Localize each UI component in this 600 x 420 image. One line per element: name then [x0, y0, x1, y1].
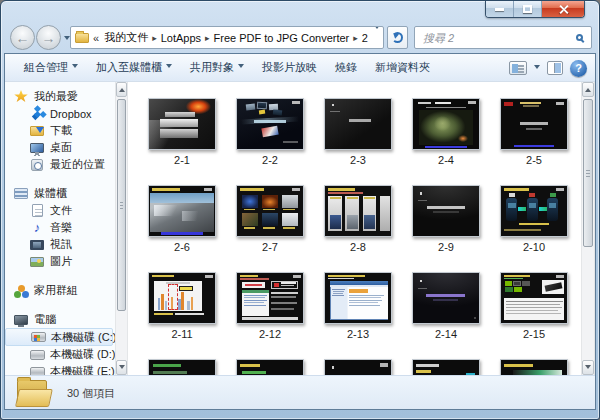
breadcrumb-item[interactable]: LotApps [158, 32, 204, 44]
search-icon[interactable] [576, 34, 583, 41]
back-button[interactable]: ← [10, 25, 35, 50]
breadcrumb-item[interactable]: 我的文件 [101, 30, 151, 45]
file-item[interactable] [402, 359, 490, 375]
toolbar-button-label: 燒錄 [335, 60, 357, 75]
file-item[interactable] [226, 359, 314, 375]
breadcrumb-item[interactable]: Free PDF to JPG Converter [211, 32, 353, 44]
sidebar-item[interactable]: 桌面 [5, 139, 115, 156]
file-item[interactable]: 2-9 [402, 185, 490, 272]
scroll-down-button[interactable] [116, 360, 127, 375]
scrollbar-thumb[interactable] [117, 99, 126, 311]
thumbnail[interactable] [324, 272, 392, 324]
back-arrow-icon: ← [16, 30, 30, 46]
sidebar-section-header[interactable]: 媒體櫃 [5, 185, 115, 202]
breadcrumb-item[interactable]: 2 [359, 32, 371, 44]
file-item[interactable]: 2-8 [314, 185, 402, 272]
scroll-up-button[interactable] [116, 82, 127, 97]
toolbar-button[interactable]: 加入至媒體櫃 [87, 56, 181, 79]
file-item[interactable]: 2-7 [226, 185, 314, 272]
change-view-button[interactable] [509, 61, 527, 75]
thumbnail[interactable] [324, 359, 392, 375]
file-item[interactable]: 2-12 [226, 272, 314, 359]
file-item[interactable] [490, 359, 578, 375]
sidebar-item[interactable]: 本機磁碟 (C:) [5, 328, 113, 346]
thumbnail-label: 2-10 [523, 241, 545, 253]
file-item[interactable]: 2-13 [314, 272, 402, 359]
file-item[interactable]: 2-14 [402, 272, 490, 359]
toolbar-button[interactable]: 組合管理 [15, 56, 87, 79]
search-input[interactable] [421, 31, 576, 45]
thumbnail[interactable] [148, 272, 216, 324]
toolbar-button[interactable]: 投影片放映 [253, 56, 326, 79]
thumbnail[interactable] [148, 98, 216, 150]
thumbnail[interactable] [236, 272, 304, 324]
sidebar-item[interactable]: 下載 [5, 122, 115, 139]
breadcrumb: 我的文件▸LotApps▸Free PDF to JPG Converter▸2 [101, 30, 371, 45]
window-body: 我的最愛Dropbox下載桌面最近的位置媒體櫃文件♪音樂視訊圖片家用群組電腦本機… [5, 82, 595, 375]
thumbnail[interactable] [500, 98, 568, 150]
thumbnail[interactable] [324, 185, 392, 237]
thumbnail[interactable] [148, 185, 216, 237]
file-item[interactable] [138, 359, 226, 375]
thumbnail[interactable] [324, 98, 392, 150]
thumbnail-label: 2-2 [262, 154, 278, 166]
thumbnail[interactable] [412, 359, 480, 375]
sidebar-section-header[interactable]: 家用群組 [5, 282, 115, 299]
sidebar-item[interactable]: 本機磁碟 (E:) [5, 363, 115, 375]
sidebar-item[interactable]: Dropbox [5, 105, 115, 122]
views-dropdown-icon[interactable] [534, 65, 540, 72]
sidebar-section-header[interactable]: 我的最愛 [5, 88, 115, 105]
file-item[interactable]: 2-15 [490, 272, 578, 359]
sidebar-item[interactable]: 圖片 [5, 253, 115, 270]
breadcrumb-overflow-chevron[interactable]: « [93, 32, 99, 44]
thumbnail[interactable] [500, 185, 568, 237]
file-item[interactable]: 2-3 [314, 98, 402, 185]
address-dropdown-button[interactable] [371, 29, 383, 47]
thumbnail-label: 2-12 [259, 328, 281, 340]
file-item[interactable]: 2-1 [138, 98, 226, 185]
content-scrollbar[interactable] [581, 82, 595, 375]
minimize-button[interactable] [486, 1, 514, 17]
thumbnail[interactable] [412, 185, 480, 237]
maximize-button[interactable] [514, 1, 542, 17]
file-item[interactable]: 2-2 [226, 98, 314, 185]
sidebar-scrollbar[interactable] [115, 82, 128, 375]
sidebar-item[interactable]: 文件 [5, 202, 115, 219]
thumbnail[interactable] [236, 98, 304, 150]
file-item[interactable]: 2-5 [490, 98, 578, 185]
thumbnail[interactable] [500, 359, 568, 375]
thumbnail[interactable] [236, 185, 304, 237]
file-item[interactable]: 2-4 [402, 98, 490, 185]
file-item[interactable]: 2-11 [138, 272, 226, 359]
sidebar-item[interactable]: 本機磁碟 (D:) [5, 346, 115, 363]
thumbnail[interactable] [236, 359, 304, 375]
sidebar-item[interactable]: ♪音樂 [5, 219, 115, 236]
forward-button[interactable]: → [36, 25, 61, 50]
toolbar-button-label: 新增資料夾 [375, 60, 430, 75]
scrollbar-thumb[interactable] [583, 99, 593, 247]
thumbnail[interactable] [412, 272, 480, 324]
thumbnail[interactable] [148, 359, 216, 375]
toolbar-button[interactable]: 燒錄 [326, 56, 366, 79]
file-item[interactable] [314, 359, 402, 375]
file-item[interactable]: 2-6 [138, 185, 226, 272]
libraries-icon [13, 186, 29, 202]
details-pane: 30 個項目 [5, 375, 595, 409]
scroll-down-button[interactable] [582, 360, 594, 375]
thumbnail[interactable] [412, 98, 480, 150]
preview-pane-button[interactable] [547, 61, 563, 75]
thumbnail-label: 2-11 [171, 328, 192, 340]
sidebar-item[interactable]: 最近的位置 [5, 156, 115, 173]
file-item[interactable]: 2-10 [490, 185, 578, 272]
thumbnail-label: 2-4 [438, 154, 454, 166]
help-button[interactable]: ? [570, 60, 587, 77]
close-button[interactable] [542, 1, 584, 17]
sidebar-item[interactable]: 視訊 [5, 236, 115, 253]
refresh-button[interactable] [387, 26, 408, 49]
sidebar-section-header[interactable]: 電腦 [5, 311, 115, 328]
toolbar-button[interactable]: 新增資料夾 [366, 56, 439, 79]
address-bar[interactable]: « 我的文件▸LotApps▸Free PDF to JPG Converter… [70, 26, 384, 49]
thumbnail[interactable] [500, 272, 568, 324]
toolbar-button[interactable]: 共用對象 [181, 56, 253, 79]
scroll-up-button[interactable] [582, 82, 594, 97]
